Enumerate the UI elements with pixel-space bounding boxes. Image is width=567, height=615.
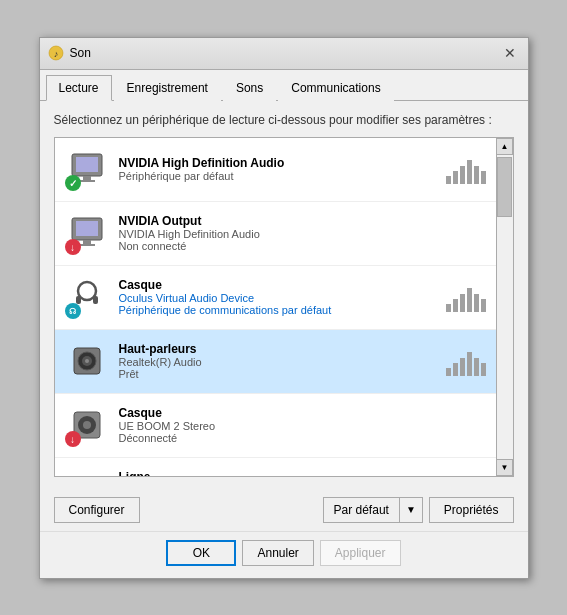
- device-sub-5: UE BOOM 2 Stereo: [119, 420, 486, 432]
- tab-enregistrement[interactable]: Enregistrement: [114, 75, 221, 101]
- svg-rect-3: [76, 157, 98, 172]
- device-info-3: Casque Oculus Virtual Audio Device Périp…: [119, 278, 438, 316]
- cancel-button[interactable]: Annuler: [242, 540, 313, 566]
- device-bars-4: [446, 346, 486, 376]
- apply-button[interactable]: Appliquer: [320, 540, 401, 566]
- device-info-2: NVIDIA Output NVIDIA High Definition Aud…: [119, 214, 486, 252]
- svg-rect-8: [83, 240, 91, 244]
- sound-icon: ♪: [48, 45, 64, 61]
- scroll-thumb[interactable]: [497, 157, 512, 217]
- svg-rect-4: [83, 176, 91, 180]
- par-defaut-split: Par défaut ▼: [323, 497, 423, 523]
- svg-point-19: [83, 421, 91, 429]
- device-item-hautparleurs[interactable]: Haut-parleurs Realtek(R) Audio Prêt: [55, 330, 496, 394]
- status-badge-5: ↓: [65, 431, 81, 447]
- svg-rect-5: [79, 180, 95, 182]
- device-name-5: Casque: [119, 406, 486, 420]
- device-icon-wrap-3: ☊: [65, 275, 109, 319]
- tab-sons[interactable]: Sons: [223, 75, 276, 101]
- device-name-2: NVIDIA Output: [119, 214, 486, 228]
- configurer-button[interactable]: Configurer: [54, 497, 140, 523]
- device-sub-4: Realtek(R) Audio: [119, 356, 438, 368]
- action-buttons: Configurer Par défaut ▼ Propriétés: [40, 489, 528, 531]
- svg-text:♪: ♪: [53, 49, 58, 59]
- device-info-4: Haut-parleurs Realtek(R) Audio Prêt: [119, 342, 438, 380]
- sound-dialog: ♪ Son ✕ Lecture Enregistrement Sons Comm…: [39, 37, 529, 579]
- device-icon-wrap-2: ↓: [65, 211, 109, 255]
- ok-cancel-bar: OK Annuler Appliquer: [40, 531, 528, 578]
- device-item-casque-ueboom[interactable]: ↓ Casque UE BOOM 2 Stereo Déconnecté: [55, 394, 496, 458]
- device-item-nvidia-output[interactable]: ↓ NVIDIA Output NVIDIA High Definition A…: [55, 202, 496, 266]
- device-sub-2: NVIDIA High Definition Audio: [119, 228, 486, 240]
- device-bars-1: [446, 154, 486, 184]
- device-status-2: Non connecté: [119, 240, 486, 252]
- par-defaut-arrow[interactable]: ▼: [399, 497, 423, 523]
- device-icon-wrap-5: ↓: [65, 403, 109, 447]
- device-info-5: Casque UE BOOM 2 Stereo Déconnecté: [119, 406, 486, 444]
- device-icon-wrap: ✓: [65, 147, 109, 191]
- ok-button[interactable]: OK: [166, 540, 236, 566]
- scroll-up-button[interactable]: ▲: [496, 138, 513, 155]
- device-status-5: Déconnecté: [119, 432, 486, 444]
- svg-rect-9: [79, 244, 95, 246]
- svg-point-16: [85, 359, 89, 363]
- device-list: ✓ NVIDIA High Definition Audio Périphéri…: [54, 137, 514, 477]
- device-item-ligne[interactable]: Ligne Voicemod Virtual Audio Device (WDM…: [55, 458, 496, 476]
- device-icon-wrap-6: [65, 467, 109, 476]
- device-name-3: Casque: [119, 278, 438, 292]
- par-defaut-button[interactable]: Par défaut: [323, 497, 399, 523]
- device-name-1: NVIDIA High Definition Audio: [119, 156, 438, 170]
- title-bar-left: ♪ Son: [48, 45, 91, 61]
- device-item-casque-oculus[interactable]: ☊ Casque Oculus Virtual Audio Device Pér…: [55, 266, 496, 330]
- tab-bar: Lecture Enregistrement Sons Communicatio…: [40, 70, 528, 101]
- status-badge-2: ↓: [65, 239, 81, 255]
- close-button[interactable]: ✕: [500, 43, 520, 63]
- device-info-6: Ligne Voicemod Virtual Audio Device (WDM…: [119, 470, 486, 476]
- dialog-title: Son: [70, 46, 91, 60]
- tab-content: Sélectionnez un périphérique de lecture …: [40, 101, 528, 489]
- speaker-icon: [68, 342, 106, 380]
- line-icon: [68, 470, 106, 476]
- device-icon-wrap-4: [65, 339, 109, 383]
- description-text: Sélectionnez un périphérique de lecture …: [54, 113, 514, 127]
- proprietes-button[interactable]: Propriétés: [429, 497, 514, 523]
- device-info-1: NVIDIA High Definition Audio Périphériqu…: [119, 156, 438, 182]
- device-item-nvidia-hd[interactable]: ✓ NVIDIA High Definition Audio Périphéri…: [55, 138, 496, 202]
- svg-rect-7: [76, 221, 98, 236]
- device-bars-3: [446, 282, 486, 312]
- device-name-6: Ligne: [119, 470, 486, 476]
- scroll-track: [497, 155, 513, 459]
- scrollbar[interactable]: ▲ ▼: [496, 138, 513, 476]
- tab-lecture[interactable]: Lecture: [46, 75, 112, 101]
- device-name-4: Haut-parleurs: [119, 342, 438, 356]
- device-status-4: Prêt: [119, 368, 438, 380]
- device-status-1: Périphérique par défaut: [119, 170, 438, 182]
- status-badge-1: ✓: [65, 175, 81, 191]
- svg-rect-12: [93, 296, 98, 304]
- title-bar: ♪ Son ✕: [40, 38, 528, 70]
- device-list-inner[interactable]: ✓ NVIDIA High Definition Audio Périphéri…: [55, 138, 496, 476]
- tab-communications[interactable]: Communications: [278, 75, 393, 101]
- device-sub-3: Oculus Virtual Audio Device: [119, 292, 438, 304]
- scroll-down-button[interactable]: ▼: [496, 459, 513, 476]
- status-badge-3: ☊: [65, 303, 81, 319]
- device-status-3: Périphérique de communications par défau…: [119, 304, 438, 316]
